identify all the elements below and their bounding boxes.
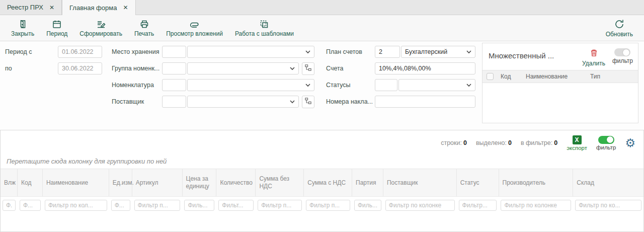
column-header-proizvoditel[interactable]: Производитель — [499, 169, 574, 196]
column-header-status[interactable]: Статус — [457, 169, 499, 196]
filter-input-artikul[interactable] — [134, 200, 181, 211]
column-header-vlzh[interactable]: Влж — [1, 169, 18, 196]
invoice-numbers-input[interactable] — [375, 96, 475, 108]
grid-header-row: Влж Код Наименование Ед.изм. Артикул Цен… — [1, 169, 643, 197]
statuses-label: Статусы — [326, 82, 375, 89]
column-header-summa-bez-nds[interactable]: Сумма без НДС — [256, 169, 304, 196]
close-button-label: Закрыть — [11, 30, 34, 37]
nomen-group-label: Группа номенк... — [112, 65, 162, 72]
tab-label: Реестр ПРХ — [7, 4, 43, 11]
column-header-artikul[interactable]: Артикул — [132, 169, 183, 196]
tab-bar: Реестр ПРХ ✕ Главная форма ✕ — [0, 0, 644, 15]
form-pencil-icon — [96, 19, 106, 29]
multiple-select-columns: Код Наименование Тип — [482, 70, 638, 83]
filter-input-vlzh[interactable] — [3, 200, 16, 211]
excel-export-icon: X — [573, 135, 582, 144]
refresh-button[interactable]: Обновить — [600, 17, 639, 39]
grouping-drop-zone[interactable]: Перетащите сюда колонку для группировки … — [1, 153, 643, 169]
filter-input-naimenovanie[interactable] — [45, 200, 107, 211]
attachments-button[interactable]: Просмотр вложений — [160, 18, 229, 39]
accounts-plan-label: План счетов — [326, 48, 375, 55]
trash-icon — [590, 48, 598, 59]
close-tab-icon[interactable]: ✕ — [123, 5, 128, 11]
filter-input-summa-bez-nds[interactable] — [258, 200, 302, 211]
nomen-group-select[interactable] — [187, 62, 299, 74]
statuses-code-input[interactable] — [375, 79, 397, 91]
filter-input-status[interactable] — [459, 200, 497, 211]
period-button-label: Период — [46, 30, 67, 37]
period-button[interactable]: Период — [40, 18, 73, 39]
delete-button[interactable]: Удалить — [582, 48, 605, 67]
print-button[interactable]: Печать — [128, 18, 160, 39]
hierarchy-icon — [304, 97, 312, 106]
storage-code-input[interactable] — [162, 46, 186, 58]
export-button[interactable]: X экспорт — [567, 135, 587, 151]
supplier-label: Поставщик — [112, 98, 162, 105]
templates-button-label: Работа с шаблонами — [235, 30, 294, 37]
column-header-kod[interactable]: Код — [18, 169, 43, 196]
results-panel: строки:0 выделено:0 в фильтре:0 X экспор… — [0, 130, 644, 232]
column-header-type[interactable]: Тип — [582, 73, 622, 80]
tab-label: Главная форма — [69, 4, 117, 12]
multi-filter-toggle-label: фильтр — [612, 57, 633, 64]
gear-icon[interactable]: ⚙ — [625, 137, 635, 149]
accounts-plan-select[interactable]: Бухгалтерский — [401, 46, 475, 58]
column-header-postavschik[interactable]: Поставщик — [383, 169, 457, 196]
nomen-group-tree-button[interactable] — [302, 62, 314, 75]
period-from-label: Период с — [5, 48, 58, 55]
accounts-input[interactable] — [375, 62, 475, 74]
close-tab-icon[interactable]: ✕ — [49, 5, 54, 11]
column-header-summa-s-nds[interactable]: Сумма с НДС — [304, 169, 352, 196]
invoice-numbers-label: Номера накла... — [326, 98, 375, 105]
filter-input-proizvoditel[interactable] — [501, 200, 571, 211]
nomenclature-code-input[interactable] — [162, 79, 186, 91]
multiple-select-title: Множественный ... — [489, 48, 575, 60]
tab-glavnaya-forma[interactable]: Главная форма ✕ — [62, 0, 135, 15]
column-header-sklad[interactable]: Склад — [573, 169, 643, 196]
filter-input-postavschik[interactable] — [385, 200, 455, 211]
supplier-select[interactable] — [187, 96, 299, 108]
grid-filter-toggle[interactable]: фильтр — [596, 136, 616, 150]
accounts-plan-code-input[interactable] — [375, 46, 400, 58]
filter-input-partiya[interactable] — [354, 200, 381, 211]
chevron-down-icon — [305, 82, 310, 89]
column-header-code[interactable]: Код — [494, 73, 523, 80]
generate-button[interactable]: Сформировать — [73, 18, 128, 39]
column-header-cena[interactable]: Цена за единицу — [183, 169, 217, 196]
filter-input-sklad[interactable] — [575, 200, 641, 211]
period-to-label: по — [5, 65, 58, 72]
grouping-hint-text: Перетащите сюда колонку для группировки … — [7, 158, 167, 165]
column-header-edizm[interactable]: Ед.изм. — [109, 169, 132, 196]
template-icon — [259, 19, 269, 29]
rows-count: строки:0 — [441, 139, 467, 146]
filter-input-kod[interactable] — [20, 200, 41, 211]
chevron-down-icon — [466, 48, 471, 55]
period-to-input[interactable] — [58, 62, 102, 74]
nomen-group-code-input[interactable] — [162, 62, 186, 74]
nomenclature-select[interactable] — [187, 79, 314, 91]
toggle-on[interactable] — [598, 136, 614, 144]
filter-input-edizm[interactable] — [111, 200, 130, 211]
select-all-checkbox[interactable] — [487, 73, 494, 80]
close-button[interactable]: Закрыть — [5, 18, 40, 39]
templates-button[interactable]: Работа с шаблонами — [229, 18, 300, 39]
storage-select[interactable] — [187, 46, 314, 58]
statuses-select[interactable] — [398, 79, 475, 91]
period-from-input[interactable] — [58, 46, 102, 58]
in-filter-count: в фильтре:0 — [521, 139, 557, 146]
supplier-tree-button[interactable] — [302, 96, 314, 108]
column-header-naimenovanie[interactable]: Наименование — [43, 169, 109, 196]
toggle-off[interactable] — [614, 48, 630, 56]
column-header-partiya[interactable]: Партия — [352, 169, 383, 196]
tab-reestr-prh[interactable]: Реестр ПРХ ✕ — [0, 0, 62, 15]
column-header-name[interactable]: Наименование — [523, 73, 582, 80]
print-button-label: Печать — [134, 30, 154, 37]
column-header-kolichestvo[interactable]: Количество — [216, 169, 256, 196]
supplier-code-input[interactable] — [162, 96, 186, 108]
filter-input-cena[interactable] — [184, 200, 214, 211]
filter-input-summa-s-nds[interactable] — [306, 200, 350, 211]
chevron-down-icon — [290, 65, 295, 72]
filter-input-kolichestvo[interactable] — [218, 200, 254, 211]
multi-filter-toggle[interactable]: фильтр — [612, 48, 633, 64]
paperclip-icon — [189, 19, 200, 29]
